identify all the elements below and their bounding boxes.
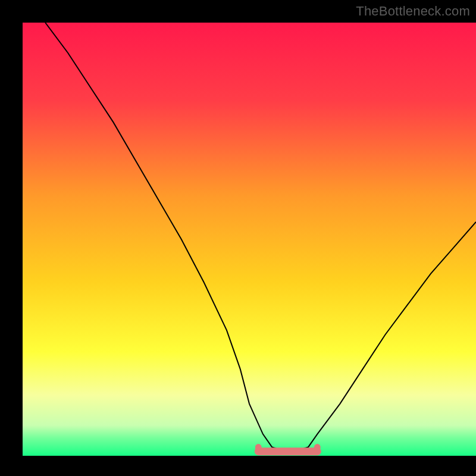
chart-container: TheBottleneck.com bbox=[0, 0, 476, 476]
svg-point-2 bbox=[255, 444, 262, 450]
watermark-text: TheBottleneck.com bbox=[356, 4, 470, 19]
svg-point-3 bbox=[314, 444, 321, 450]
bottleneck-chart bbox=[0, 0, 476, 476]
